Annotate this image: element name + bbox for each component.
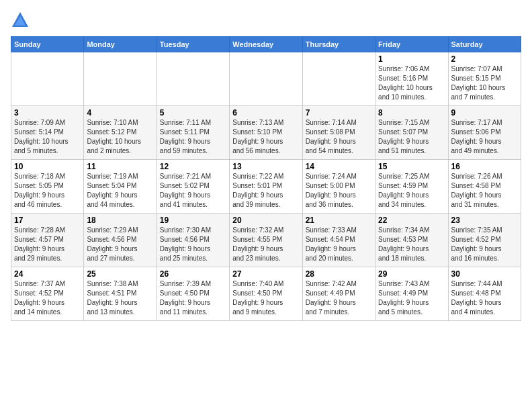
day-info: Sunrise: 7:32 AM Sunset: 4:55 PM Dayligh… — [232, 226, 299, 263]
calendar-cell: 13Sunrise: 7:22 AM Sunset: 5:01 PM Dayli… — [230, 160, 302, 214]
day-info: Sunrise: 7:13 AM Sunset: 5:10 PM Dayligh… — [232, 118, 299, 156]
day-info: Sunrise: 7:30 AM Sunset: 4:56 PM Dayligh… — [160, 226, 226, 263]
day-number: 22 — [378, 216, 445, 225]
day-number: 25 — [87, 269, 153, 279]
header-day: Friday — [375, 37, 448, 52]
calendar-cell: 9Sunrise: 7:17 AM Sunset: 5:06 PM Daylig… — [448, 106, 521, 160]
day-info: Sunrise: 7:38 AM Sunset: 4:51 PM Dayligh… — [87, 279, 153, 317]
calendar-table: SundayMondayTuesdayWednesdayThursdayFrid… — [11, 36, 521, 321]
header-day: Wednesday — [230, 37, 302, 52]
calendar-cell: 6Sunrise: 7:13 AM Sunset: 5:10 PM Daylig… — [230, 106, 302, 160]
header-day: Saturday — [448, 37, 521, 52]
day-info: Sunrise: 7:40 AM Sunset: 4:50 PM Dayligh… — [232, 279, 299, 317]
day-info: Sunrise: 7:10 AM Sunset: 5:12 PM Dayligh… — [87, 118, 153, 156]
day-number: 27 — [232, 269, 299, 279]
calendar-cell — [230, 52, 302, 106]
day-number: 2 — [451, 54, 518, 64]
calendar-cell: 19Sunrise: 7:30 AM Sunset: 4:56 PM Dayli… — [157, 214, 229, 267]
day-number: 3 — [14, 108, 81, 118]
day-info: Sunrise: 7:42 AM Sunset: 4:49 PM Dayligh… — [306, 279, 372, 317]
calendar-cell: 29Sunrise: 7:43 AM Sunset: 4:49 PM Dayli… — [375, 267, 448, 321]
day-number: 4 — [87, 108, 153, 118]
day-number: 30 — [451, 269, 518, 279]
calendar-cell: 24Sunrise: 7:37 AM Sunset: 4:52 PM Dayli… — [11, 267, 84, 321]
calendar-cell: 16Sunrise: 7:26 AM Sunset: 4:58 PM Dayli… — [448, 160, 521, 214]
day-info: Sunrise: 7:39 AM Sunset: 4:50 PM Dayligh… — [160, 279, 226, 317]
calendar-cell: 14Sunrise: 7:24 AM Sunset: 5:00 PM Dayli… — [302, 160, 375, 214]
day-number: 11 — [87, 162, 153, 171]
day-number: 6 — [232, 108, 299, 118]
day-info: Sunrise: 7:44 AM Sunset: 4:48 PM Dayligh… — [451, 279, 518, 317]
calendar-cell — [157, 52, 229, 106]
calendar-cell: 28Sunrise: 7:42 AM Sunset: 4:49 PM Dayli… — [302, 267, 375, 321]
calendar-cell: 30Sunrise: 7:44 AM Sunset: 4:48 PM Dayli… — [448, 267, 521, 321]
calendar-cell: 18Sunrise: 7:29 AM Sunset: 4:56 PM Dayli… — [84, 214, 157, 267]
calendar-cell — [11, 52, 84, 106]
day-info: Sunrise: 7:25 AM Sunset: 4:59 PM Dayligh… — [378, 172, 445, 210]
calendar-week-row: 10Sunrise: 7:18 AM Sunset: 5:05 PM Dayli… — [11, 160, 521, 214]
calendar-cell: 21Sunrise: 7:33 AM Sunset: 4:54 PM Dayli… — [302, 214, 375, 267]
day-number: 18 — [87, 216, 153, 225]
logo-icon — [11, 11, 30, 30]
calendar-cell: 12Sunrise: 7:21 AM Sunset: 5:02 PM Dayli… — [157, 160, 229, 214]
day-number: 28 — [306, 269, 372, 279]
day-info: Sunrise: 7:28 AM Sunset: 4:57 PM Dayligh… — [14, 226, 81, 263]
day-number: 23 — [451, 216, 518, 225]
day-info: Sunrise: 7:43 AM Sunset: 4:49 PM Dayligh… — [378, 279, 445, 317]
day-number: 12 — [160, 162, 226, 171]
day-number: 8 — [378, 108, 445, 118]
header-day: Thursday — [302, 37, 375, 52]
day-number: 26 — [160, 269, 226, 279]
day-number: 15 — [378, 162, 445, 171]
calendar-cell: 5Sunrise: 7:11 AM Sunset: 5:11 PM Daylig… — [157, 106, 229, 160]
day-info: Sunrise: 7:15 AM Sunset: 5:07 PM Dayligh… — [378, 118, 445, 156]
calendar-cell — [84, 52, 157, 106]
day-info: Sunrise: 7:33 AM Sunset: 4:54 PM Dayligh… — [306, 226, 372, 263]
calendar-cell: 3Sunrise: 7:09 AM Sunset: 5:14 PM Daylig… — [11, 106, 84, 160]
header-day: Monday — [84, 37, 157, 52]
day-info: Sunrise: 7:22 AM Sunset: 5:01 PM Dayligh… — [232, 172, 299, 210]
day-number: 19 — [160, 216, 226, 225]
calendar-cell: 22Sunrise: 7:34 AM Sunset: 4:53 PM Dayli… — [375, 214, 448, 267]
day-number: 1 — [378, 54, 445, 64]
calendar-cell: 4Sunrise: 7:10 AM Sunset: 5:12 PM Daylig… — [84, 106, 157, 160]
day-info: Sunrise: 7:37 AM Sunset: 4:52 PM Dayligh… — [14, 279, 81, 317]
day-info: Sunrise: 7:29 AM Sunset: 4:56 PM Dayligh… — [87, 226, 153, 263]
day-info: Sunrise: 7:07 AM Sunset: 5:15 PM Dayligh… — [451, 64, 518, 102]
day-number: 14 — [306, 162, 372, 171]
calendar-week-row: 3Sunrise: 7:09 AM Sunset: 5:14 PM Daylig… — [11, 106, 521, 160]
day-info: Sunrise: 7:35 AM Sunset: 4:52 PM Dayligh… — [451, 226, 518, 263]
calendar-cell: 26Sunrise: 7:39 AM Sunset: 4:50 PM Dayli… — [157, 267, 229, 321]
calendar-cell: 8Sunrise: 7:15 AM Sunset: 5:07 PM Daylig… — [375, 106, 448, 160]
day-info: Sunrise: 7:34 AM Sunset: 4:53 PM Dayligh… — [378, 226, 445, 263]
day-info: Sunrise: 7:14 AM Sunset: 5:08 PM Dayligh… — [306, 118, 372, 156]
day-info: Sunrise: 7:09 AM Sunset: 5:14 PM Dayligh… — [14, 118, 81, 156]
day-number: 7 — [306, 108, 372, 118]
day-number: 20 — [232, 216, 299, 225]
calendar-cell: 2Sunrise: 7:07 AM Sunset: 5:15 PM Daylig… — [448, 52, 521, 106]
day-info: Sunrise: 7:24 AM Sunset: 5:00 PM Dayligh… — [306, 172, 372, 210]
day-info: Sunrise: 7:26 AM Sunset: 4:58 PM Dayligh… — [451, 172, 518, 210]
calendar-cell: 27Sunrise: 7:40 AM Sunset: 4:50 PM Dayli… — [230, 267, 302, 321]
calendar-cell: 1Sunrise: 7:06 AM Sunset: 5:16 PM Daylig… — [375, 52, 448, 106]
calendar-cell: 25Sunrise: 7:38 AM Sunset: 4:51 PM Dayli… — [84, 267, 157, 321]
header-day: Tuesday — [157, 37, 229, 52]
day-number: 9 — [451, 108, 518, 118]
day-number: 10 — [14, 162, 81, 171]
day-number: 21 — [306, 216, 372, 225]
header-day: Sunday — [11, 37, 84, 52]
day-number: 16 — [451, 162, 518, 171]
calendar-week-row: 1Sunrise: 7:06 AM Sunset: 5:16 PM Daylig… — [11, 52, 521, 106]
calendar-cell — [302, 52, 375, 106]
calendar-header: SundayMondayTuesdayWednesdayThursdayFrid… — [11, 37, 521, 52]
header-row: SundayMondayTuesdayWednesdayThursdayFrid… — [11, 37, 521, 52]
day-number: 5 — [160, 108, 226, 118]
day-info: Sunrise: 7:06 AM Sunset: 5:16 PM Dayligh… — [378, 64, 445, 102]
page-header — [11, 11, 521, 30]
calendar-body: 1Sunrise: 7:06 AM Sunset: 5:16 PM Daylig… — [11, 52, 521, 321]
calendar-cell: 10Sunrise: 7:18 AM Sunset: 5:05 PM Dayli… — [11, 160, 84, 214]
day-number: 17 — [14, 216, 81, 225]
day-number: 13 — [232, 162, 299, 171]
day-info: Sunrise: 7:18 AM Sunset: 5:05 PM Dayligh… — [14, 172, 81, 210]
day-info: Sunrise: 7:19 AM Sunset: 5:04 PM Dayligh… — [87, 172, 153, 210]
